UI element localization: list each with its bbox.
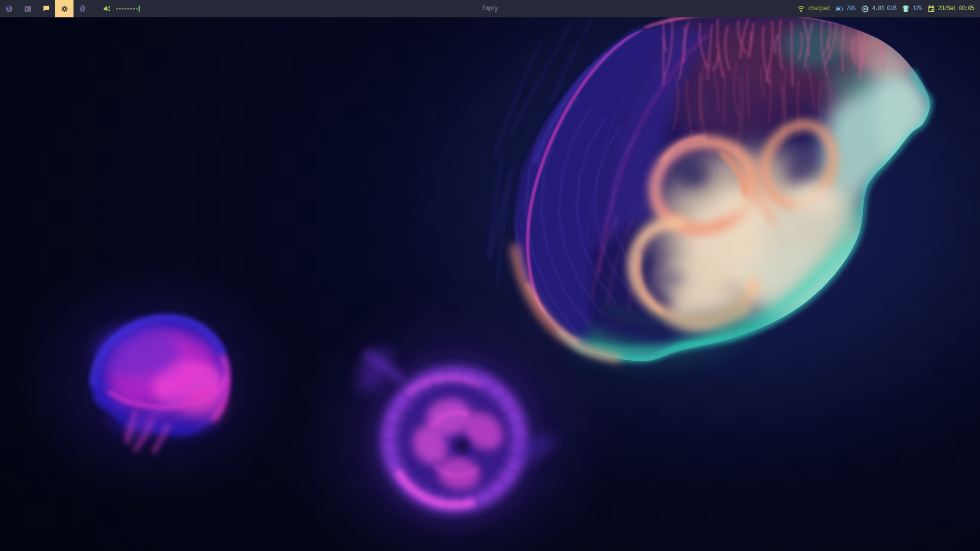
svg-text:@: @ [80,5,85,13]
